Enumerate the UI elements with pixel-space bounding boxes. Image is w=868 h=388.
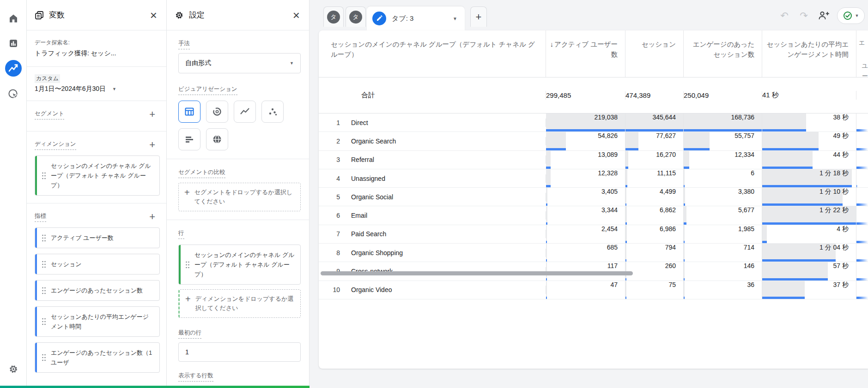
table-row[interactable]: 3Referral13,08916,27012,33444 秒 — [319, 151, 868, 169]
admin-gear-icon[interactable] — [4, 360, 23, 378]
technique-section: 手法 自由形式 ▼ — [167, 30, 309, 82]
metric-chip[interactable]: アクティブ ユーザー数 — [35, 227, 160, 248]
metric-chip-list: アクティブ ユーザー数セッションエンゲージのあったセッション数セッションあたりの… — [35, 227, 160, 373]
metric-cell: 11,115 — [625, 169, 684, 187]
settings-panel-title: 設定 — [189, 10, 291, 20]
segments-label: セグメント — [35, 110, 64, 119]
metric-chip[interactable]: セッションあたりの平均エンゲージメント時間 — [35, 306, 160, 337]
metric-cell: 12,328 — [546, 169, 625, 187]
viz-scatter-button[interactable] — [261, 101, 284, 123]
table-row[interactable]: 10Organic Video47753637 秒 — [319, 281, 868, 299]
visualization-options — [178, 101, 289, 150]
column-header-metric[interactable]: エンゲージのあったセッション数 — [684, 30, 762, 77]
active-tab-label: タブ: 3 — [392, 14, 453, 23]
add-tab-button[interactable]: + — [470, 6, 487, 27]
dimension-cell: 8Organic Shopping — [319, 249, 546, 257]
saved-status-button[interactable]: ▼ — [837, 7, 865, 24]
table-row[interactable]: 6Email3,3446,8625,6771 分 22 秒 — [319, 206, 868, 225]
table-row[interactable]: 5Organic Social3,4054,4993,3801 分 10 秒 — [319, 188, 868, 206]
total-label-cell: 合計 — [319, 91, 546, 100]
metric-chip[interactable]: エンゲージのあったセッション数（1ユーザ — [35, 342, 160, 373]
metric-cell: 38 秒 — [762, 113, 856, 131]
table-row[interactable]: 4Unassigned12,32811,11561 分 18 秒 — [319, 169, 868, 188]
check-circle-icon — [843, 11, 852, 20]
active-tab[interactable]: タブ: 3 ▼ — [367, 6, 465, 30]
metric-cell: 36 — [684, 281, 762, 299]
exploration-name-value[interactable]: トラフィック獲得: セッシ... — [35, 49, 160, 58]
viz-donut-button[interactable] — [206, 101, 228, 123]
metric-cell: 4,499 — [625, 188, 684, 206]
first-row-input[interactable]: 1 — [178, 342, 301, 362]
clipped-header-fragment: ユー — [857, 61, 868, 77]
rows-section: 行 セッションのメインのチャネル グループ（デフォルト チャネル グループ） +… — [167, 220, 309, 326]
table-row[interactable]: 7Paid Search2,4546,9861,9854 秒 — [319, 225, 868, 244]
explore-icon[interactable] — [4, 59, 23, 78]
home-icon[interactable] — [4, 9, 23, 28]
freeform-table-card: セッションのメインのチャネル グループ（デフォルト チャネル グループ）↓アクテ… — [319, 30, 868, 369]
column-header-clipped: エユー — [856, 30, 868, 77]
exploration-name-label: データ探索名: — [35, 39, 160, 47]
add-dimension-button[interactable]: + — [145, 140, 160, 150]
metric-cell: 1,985 — [684, 225, 762, 243]
metric-cell: 3,344 — [546, 206, 625, 224]
table-row[interactable]: 2Organic Search54,82677,62755,75749 秒 — [319, 132, 868, 150]
table-row[interactable]: 1Direct219,038345,644168,73638 秒 — [319, 113, 868, 132]
viz-line-button[interactable] — [234, 101, 256, 123]
dimension-drop-zone[interactable]: + ディメンションをドロップするか選択してください — [178, 289, 301, 318]
dimensions-section: ディメンション + セッションのメインのチャネル グループ（デフォルト チャネル… — [27, 131, 166, 203]
tab-2[interactable]: タ — [346, 6, 366, 27]
metric-cell: 44 秒 — [762, 151, 856, 169]
metric-cell: 2,454 — [546, 225, 625, 243]
column-header-dimension[interactable]: セッションのメインのチャネル グループ（デフォルト チャネル グループ） — [319, 30, 546, 77]
variables-close-icon[interactable]: × — [148, 9, 159, 21]
metric-chip[interactable]: セッション — [35, 254, 160, 275]
metrics-section: 指標 + アクティブ ユーザー数セッションエンゲージのあったセッション数セッショ… — [27, 203, 166, 380]
date-range-section[interactable]: カスタム 1月1日〜2024年6月30日 ▼ — [27, 67, 166, 101]
total-value-cell: 250,049 — [684, 91, 762, 100]
metric-cell: 794 — [625, 244, 684, 262]
column-header-metric[interactable]: セッションあたりの平均エンゲージメント時間 — [762, 30, 856, 77]
variables-panel-title: 変数 — [49, 10, 148, 20]
add-metric-button[interactable]: + — [145, 212, 160, 222]
metric-cell: 16,270 — [625, 151, 684, 169]
column-header-metric[interactable]: セッション — [625, 30, 684, 77]
row-dimension-chip[interactable]: セッションのメインのチャネル グループ（デフォルト チャネル グループ） — [178, 245, 301, 285]
table-row[interactable]: 8Organic Shopping6857947141 分 04 秒 — [319, 244, 868, 262]
undo-button[interactable]: ↶ — [778, 9, 791, 22]
share-add-user-button[interactable] — [817, 9, 830, 22]
tab-1[interactable]: タ — [323, 6, 344, 27]
metric-chip[interactable]: エンゲージのあったセッション数 — [35, 280, 160, 301]
metric-cell: 6 — [684, 169, 762, 187]
advertising-icon[interactable] — [4, 85, 23, 103]
redo-button[interactable]: ↷ — [797, 9, 810, 22]
ga4-explore-app: 変数 × データ探索名: トラフィック獲得: セッシ... カスタム 1月1日〜… — [0, 0, 868, 388]
column-header-metric[interactable]: ↓アクティブ ユーザー数 — [546, 30, 625, 77]
metric-cell: 5,677 — [684, 206, 762, 224]
dimension-cell: 10Organic Video — [319, 286, 546, 294]
total-value-cell: 299,485 — [546, 91, 625, 100]
clipped-metric-cell — [856, 169, 868, 187]
technique-select[interactable]: 自由形式 ▼ — [178, 53, 301, 73]
clipped-metric-cell — [856, 244, 868, 262]
horizontal-scrollbar-thumb[interactable] — [321, 271, 633, 275]
metric-cell: 219,038 — [546, 113, 625, 131]
exploration-name-section: データ探索名: トラフィック獲得: セッシ... — [27, 30, 166, 67]
metric-cell: 168,736 — [684, 113, 762, 131]
dimension-chip[interactable]: セッションのメインのチャネル グループ（デフォルト チャネル グループ） — [35, 155, 160, 196]
reports-icon[interactable] — [4, 34, 23, 53]
panel-bottom-divider — [0, 386, 310, 388]
metric-cell: 37 秒 — [762, 281, 856, 299]
status-caret-icon: ▼ — [855, 13, 859, 18]
add-segment-button[interactable]: + — [145, 109, 160, 119]
metric-cell: 57 秒 — [762, 262, 856, 280]
viz-geo-button[interactable] — [206, 128, 228, 150]
viz-table-button[interactable] — [178, 101, 200, 123]
dimensions-label: ディメンション — [35, 140, 76, 150]
row-chip-list: セッションのメインのチャネル グループ（デフォルト チャネル グループ） — [178, 245, 301, 285]
settings-close-icon[interactable]: × — [291, 9, 302, 21]
dimension-cell: 1Direct — [319, 119, 546, 127]
clipped-header-fragment: エ — [859, 38, 865, 48]
segment-drop-zone[interactable]: + セグメントをドロップするか選択してください — [178, 183, 301, 211]
dimension-cell: 6Email — [319, 211, 546, 220]
viz-bar-button[interactable] — [178, 128, 200, 150]
